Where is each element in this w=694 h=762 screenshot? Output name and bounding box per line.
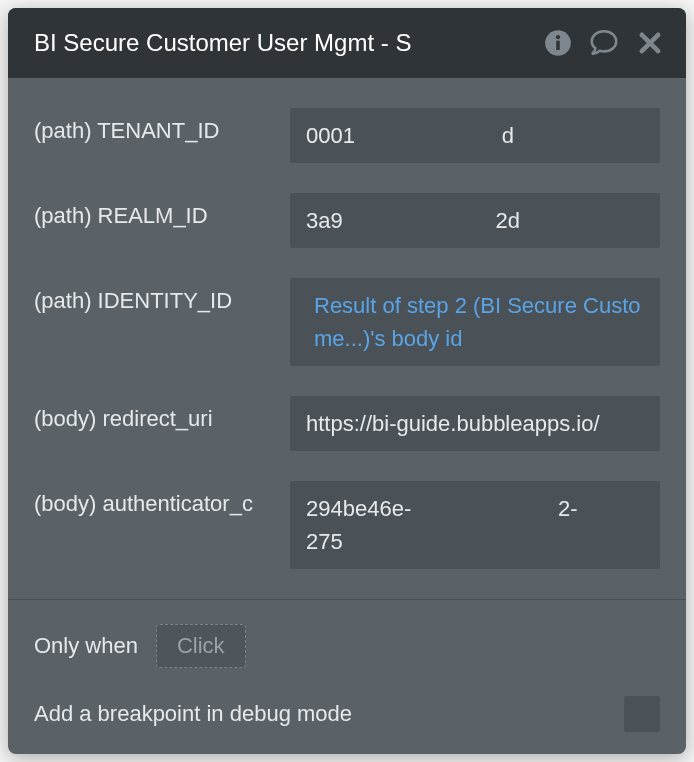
field-label-realm-id: (path) REALM_ID: [34, 193, 274, 229]
field-input-authenticator[interactable]: 294be46e- 2- 275: [290, 481, 660, 569]
field-row: (path) TENANT_ID 0001 d: [34, 108, 660, 163]
field-row: (path) REALM_ID 3a9 2d: [34, 193, 660, 248]
field-row: (body) redirect_uri https://bi-guide.bub…: [34, 396, 660, 451]
svg-point-2: [556, 35, 560, 39]
panel-body: (path) TENANT_ID 0001 d (path) REALM_ID …: [8, 78, 686, 754]
only-when-expression-box[interactable]: Click: [156, 624, 246, 668]
field-label-authenticator: (body) authenticator_c: [34, 481, 274, 517]
divider: [8, 599, 686, 600]
field-row: (body) authenticator_c 294be46e- 2- 275: [34, 481, 660, 569]
header-icons: [544, 29, 664, 57]
svg-rect-1: [556, 41, 560, 50]
breakpoint-checkbox[interactable]: [624, 696, 660, 732]
workflow-action-panel: BI Secure Customer User Mgmt - S (path) …: [8, 8, 686, 754]
field-row: (path) IDENTITY_ID Result of step 2 (BI …: [34, 278, 660, 366]
info-icon[interactable]: [544, 29, 572, 57]
panel-header: BI Secure Customer User Mgmt - S: [8, 8, 686, 78]
panel-title: BI Secure Customer User Mgmt - S: [34, 29, 544, 57]
field-label-tenant-id: (path) TENANT_ID: [34, 108, 274, 144]
close-icon[interactable]: [636, 29, 664, 57]
breakpoint-label: Add a breakpoint in debug mode: [34, 701, 352, 727]
field-label-redirect-uri: (body) redirect_uri: [34, 396, 274, 432]
only-when-row: Only when Click: [34, 624, 660, 668]
only-when-label: Only when: [34, 633, 138, 659]
field-input-identity-id[interactable]: Result of step 2 (BI Secure Custome...)'…: [290, 278, 660, 366]
field-input-tenant-id[interactable]: 0001 d: [290, 108, 660, 163]
field-input-redirect-uri[interactable]: https://bi-guide.bubbleapps.io/: [290, 396, 660, 451]
field-label-identity-id: (path) IDENTITY_ID: [34, 278, 274, 314]
comment-icon[interactable]: [590, 29, 618, 57]
breakpoint-row: Add a breakpoint in debug mode: [34, 696, 660, 732]
field-input-realm-id[interactable]: 3a9 2d: [290, 193, 660, 248]
